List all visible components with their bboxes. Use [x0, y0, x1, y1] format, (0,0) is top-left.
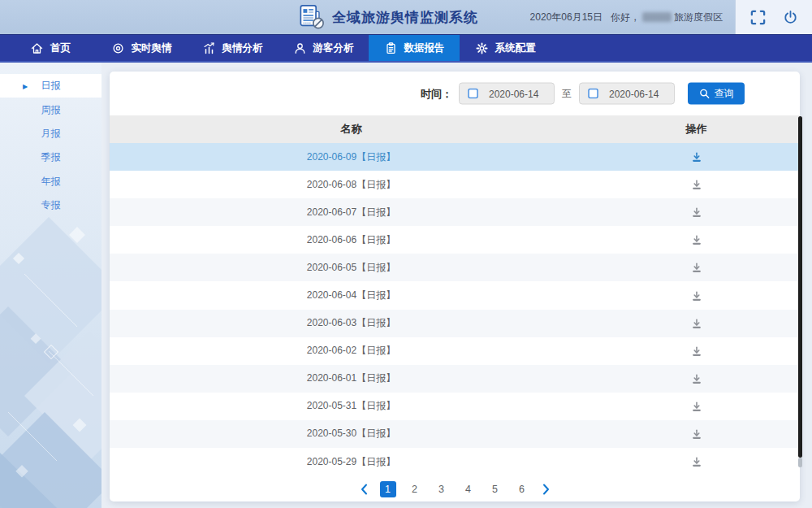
nav-item-data-report[interactable]: 数据报告 — [369, 35, 460, 61]
download-icon — [691, 345, 702, 357]
scrollbar-thumb[interactable] — [798, 116, 802, 458]
download-icon — [691, 318, 702, 329]
nav-item-home[interactable]: 首页 — [5, 35, 96, 61]
sidebar-item-weekly[interactable]: ▶周报 — [0, 98, 102, 121]
download-button[interactable] — [691, 428, 702, 440]
sidebar-item-label: 季报 — [41, 150, 61, 164]
next-page-button[interactable] — [541, 484, 551, 495]
download-icon — [691, 179, 702, 190]
download-icon — [691, 290, 702, 302]
row-action-cell — [593, 318, 800, 329]
page-button-2[interactable]: 2 — [407, 481, 423, 497]
app-title: 全域旅游舆情监测系统 — [332, 8, 478, 27]
nav-item-label: 数据报告 — [404, 41, 445, 55]
page-button-5[interactable]: 5 — [487, 481, 503, 497]
table-row[interactable]: 2020-06-02【日报】 — [110, 337, 800, 365]
page-button-3[interactable]: 3 — [434, 481, 450, 497]
download-icon — [691, 262, 702, 273]
table-row[interactable]: 2020-05-29【日报】 — [110, 448, 800, 475]
nav-item-visitor-analysis[interactable]: 游客分析 — [278, 35, 369, 61]
sidebar-item-label: 年报 — [41, 175, 61, 189]
filter-group: 时间： 2020-06-14 至 2020-06-14 查询 — [421, 83, 745, 105]
download-icon — [691, 373, 702, 384]
row-action-cell — [593, 262, 800, 273]
table-row[interactable]: 2020-05-31【日报】 — [110, 393, 800, 420]
table-row[interactable]: 2020-06-05【日报】 — [110, 254, 800, 281]
calendar-icon — [468, 89, 478, 99]
download-icon — [691, 206, 702, 218]
row-action-cell — [593, 428, 800, 440]
download-button[interactable] — [691, 262, 702, 273]
home-icon — [30, 41, 44, 55]
row-action-cell — [593, 234, 800, 245]
logout-power-button[interactable] — [783, 10, 798, 25]
pagination: 123456 — [110, 476, 800, 501]
nav-item-label: 首页 — [50, 41, 71, 55]
report-name: 2020-06-04【日报】 — [110, 289, 593, 302]
page-button-4[interactable]: 4 — [460, 481, 477, 497]
chevron-left-icon — [361, 484, 368, 495]
download-button[interactable] — [691, 373, 702, 384]
download-button[interactable] — [691, 345, 702, 357]
row-action-cell — [593, 151, 800, 163]
table-scrollbar[interactable] — [798, 116, 802, 467]
table-row[interactable]: 2020-06-07【日报】 — [110, 198, 800, 226]
report-name: 2020-05-30【日报】 — [110, 427, 593, 441]
sidebar-item-yearly[interactable]: ▶年报 — [0, 170, 102, 193]
report-name: 2020-06-05【日报】 — [110, 261, 593, 275]
power-icon — [783, 10, 798, 25]
table-row[interactable]: 2020-06-08【日报】 — [110, 171, 800, 198]
sidebar-item-quarterly[interactable]: ▶季报 — [0, 145, 102, 169]
download-button[interactable] — [691, 318, 702, 329]
nav-item-label: 实时舆情 — [132, 41, 172, 55]
end-date-input[interactable]: 2020-06-14 — [579, 83, 675, 105]
nav-item-label: 游客分析 — [313, 41, 354, 55]
nav-item-realtime-opinion[interactable]: 实时舆情 — [96, 35, 187, 61]
table-row[interactable]: 2020-06-06【日报】 — [110, 226, 800, 254]
page-button-6[interactable]: 6 — [514, 481, 530, 497]
table-header: 名称 操作 — [110, 115, 800, 143]
scrollbar-track-tip — [798, 458, 802, 467]
report-name: 2020-06-06【日报】 — [110, 233, 593, 247]
start-date-input[interactable]: 2020-06-14 — [459, 83, 555, 105]
nav-item-system-config[interactable]: 系统配置 — [460, 35, 551, 61]
row-action-cell — [593, 345, 800, 357]
current-date-text: 2020年06月15日 — [530, 11, 603, 24]
nav-item-opinion-analysis[interactable]: 舆情分析 — [187, 35, 278, 61]
sidebar-item-label: 周报 — [41, 103, 61, 117]
download-icon — [691, 151, 702, 163]
table-row[interactable]: 2020-06-03【日报】 — [110, 310, 800, 337]
search-button[interactable]: 查询 — [688, 83, 745, 105]
table-row[interactable]: 2020-05-30【日报】 — [110, 420, 800, 448]
gear-icon — [475, 41, 489, 55]
download-button[interactable] — [691, 151, 702, 163]
sidebar-item-label: 日报 — [41, 79, 61, 93]
table-row[interactable]: 2020-06-09【日报】 — [110, 143, 800, 171]
sidebar-menu: ▶日报▶周报▶月报▶季报▶年报▶专报 — [0, 63, 102, 217]
table-row[interactable]: 2020-06-01【日报】 — [110, 365, 800, 393]
prev-page-button[interactable] — [359, 484, 369, 495]
table-row[interactable]: 2020-06-04【日报】 — [110, 281, 800, 309]
fullscreen-icon — [749, 9, 767, 26]
end-date-value: 2020-06-14 — [609, 88, 659, 99]
sidebar-item-label: 专报 — [41, 198, 61, 212]
download-button[interactable] — [691, 401, 702, 412]
download-icon — [691, 456, 702, 467]
download-button[interactable] — [691, 206, 702, 218]
page-button-1[interactable]: 1 — [380, 481, 396, 497]
fullscreen-button[interactable] — [749, 9, 767, 26]
start-date-value: 2020-06-14 — [489, 88, 538, 99]
to-label: 至 — [562, 87, 572, 101]
sidebar-item-special[interactable]: ▶专报 — [0, 193, 102, 217]
download-button[interactable] — [691, 179, 702, 190]
download-button[interactable] — [691, 456, 702, 467]
download-button[interactable] — [691, 290, 702, 302]
download-button[interactable] — [691, 234, 702, 245]
row-action-cell — [593, 373, 800, 384]
content-card: 时间： 2020-06-14 至 2020-06-14 查询 — [110, 72, 800, 501]
brand: 全域旅游舆情监测系统 — [299, 0, 478, 34]
download-icon — [691, 401, 702, 412]
sidebar-item-monthly[interactable]: ▶月报 — [0, 122, 102, 145]
sidebar-item-daily[interactable]: ▶日报 — [0, 74, 102, 98]
user-icon — [293, 41, 307, 55]
